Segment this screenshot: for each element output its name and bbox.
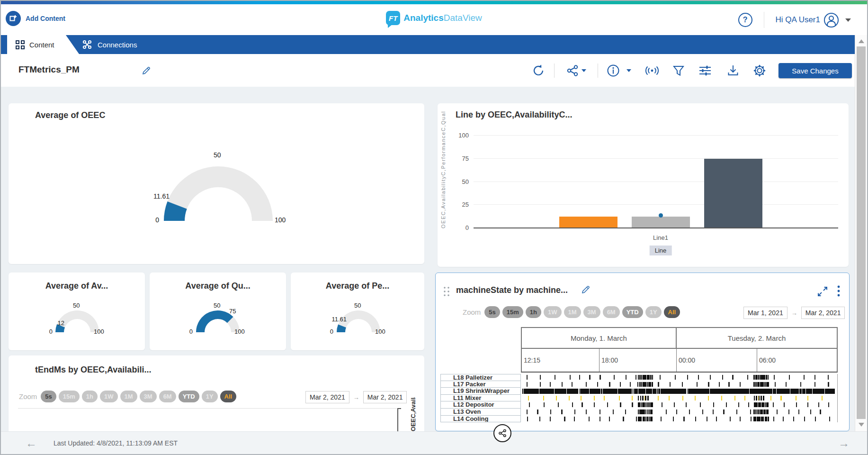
tab-connections[interactable]: Connections	[81, 35, 137, 54]
share-dashboard-button[interactable]	[493, 424, 511, 442]
chart-axis-corner	[397, 408, 398, 431]
scroll-up-arrow[interactable]	[859, 39, 864, 43]
card-average-oeec[interactable]: Average of OEEC 50 11.61 0 100	[9, 103, 424, 264]
zoom-range-button-1w[interactable]: 1W	[100, 391, 118, 402]
state-track	[522, 395, 838, 402]
timeline-row[interactable]: L18 Palletizer	[440, 374, 838, 381]
adjust-sliders-icon[interactable]	[698, 64, 712, 78]
share-dropdown-caret[interactable]	[580, 64, 588, 78]
card-average-qu[interactable]: Average of Qu... 50 75 0 100	[150, 273, 286, 350]
gridline	[474, 158, 838, 159]
zoom-range-button-6m[interactable]: 6M	[603, 306, 620, 318]
zoom-range-button-15m[interactable]: 15m	[59, 391, 80, 402]
chevron-down-icon	[845, 18, 851, 22]
card-line-by-oeec[interactable]: Line by OEEC,AvailabilityC... OEEC,Avail…	[438, 103, 849, 267]
connections-icon	[81, 39, 93, 50]
zoom-range-button-3m[interactable]: 3M	[583, 306, 600, 318]
bar-AvailabilityC[interactable]	[632, 217, 690, 228]
scroll-down-arrow[interactable]	[859, 423, 864, 427]
machine-name-label: L13 Oven	[440, 409, 521, 416]
date-range-arrow: →	[353, 394, 359, 401]
date-from-input[interactable]: Mar 1, 2021	[743, 307, 787, 319]
page-next-arrow[interactable]: →	[838, 437, 850, 450]
zoom-range-button-1y[interactable]: 1Y	[202, 391, 218, 402]
state-track	[522, 409, 838, 416]
zoom-range-button-1m[interactable]: 1M	[120, 391, 137, 402]
edit-title-button[interactable]	[139, 64, 153, 78]
tab-content[interactable]: Content	[7, 35, 79, 54]
broadcast-icon[interactable]	[645, 64, 659, 78]
timeline-row[interactable]: L19 ShrinkWrapper	[440, 388, 838, 395]
zoom-range-button-1h[interactable]: 1h	[82, 391, 98, 402]
card-machinestate[interactable]: machineState by machine... Zoom 5s15m1h1…	[435, 273, 850, 431]
date-from-input[interactable]: Mar 2, 2021	[305, 391, 349, 403]
filter-icon[interactable]	[671, 64, 686, 78]
page-prev-arrow[interactable]: ←	[26, 437, 37, 450]
vertical-scrollbar[interactable]	[855, 35, 868, 431]
zoom-range-button-all[interactable]: All	[664, 306, 680, 318]
help-icon[interactable]: ?	[738, 13, 752, 27]
share-icon[interactable]	[565, 64, 580, 78]
point-PerformanceC[interactable]	[659, 213, 663, 218]
machine-name-label: L12 Depositor	[440, 401, 521, 409]
zoom-range-button-ytd[interactable]: YTD	[179, 391, 199, 402]
dashboard-canvas: Average of OEEC 50 11.61 0 100 Line by O…	[1, 87, 856, 431]
tab-content-label: Content	[29, 41, 54, 49]
timeline-row[interactable]: L11 Mixer	[440, 395, 838, 402]
y-tick-label: 75	[462, 155, 469, 162]
card-tendms[interactable]: tEndMs by OEEC,Availabili... Zoom 5s15m1…	[9, 355, 424, 431]
user-menu[interactable]: Hi QA User1	[776, 13, 851, 27]
y-tick-label: 0	[465, 224, 469, 231]
save-changes-button[interactable]: Save Changes	[779, 63, 852, 78]
gauge-min-label: 0	[46, 328, 53, 335]
kebab-menu-icon[interactable]	[837, 285, 840, 297]
card-average-av[interactable]: Average of Av... 50 12 0 100	[9, 273, 145, 350]
y-tick-label: 50	[462, 178, 469, 185]
gauge-min-label: 0	[187, 328, 193, 335]
card-average-pe[interactable]: Average of Pe... 50 11.61 0 100	[291, 273, 424, 350]
zoom-range-button-all[interactable]: All	[220, 391, 237, 402]
timeline-row[interactable]: L12 Depositor	[440, 401, 838, 409]
zoom-range-button-6m[interactable]: 6M	[159, 391, 176, 402]
timeline-time-cell: 18:00	[600, 349, 677, 372]
scrollbar-thumb[interactable]	[857, 46, 866, 419]
dashboard-title: FTMetrics_PM	[18, 64, 80, 75]
zoom-range-button-ytd[interactable]: YTD	[622, 306, 643, 318]
refresh-icon[interactable]	[531, 64, 546, 78]
settings-gear-icon[interactable]	[752, 64, 767, 78]
zoom-range-button-5s[interactable]: 5s	[484, 306, 500, 318]
timeline-row[interactable]: L14 Cooling	[440, 416, 838, 423]
timeline-row[interactable]: L13 Oven	[440, 409, 838, 416]
zoom-range-button-5s[interactable]: 5s	[41, 391, 56, 402]
zoom-range-button-1h[interactable]: 1h	[526, 306, 541, 318]
zoom-range-button-1y[interactable]: 1Y	[645, 306, 662, 318]
zoom-range-button-1m[interactable]: 1M	[564, 306, 581, 318]
gridline	[474, 135, 838, 136]
expand-icon[interactable]	[817, 286, 828, 297]
state-track	[522, 374, 838, 381]
legend-item[interactable]: Line	[650, 246, 672, 255]
logo-analytics-text: Analytics	[403, 13, 443, 23]
user-avatar-icon	[824, 13, 839, 27]
toolbar-divider	[598, 64, 598, 78]
download-icon[interactable]	[726, 64, 740, 78]
machine-name-label: L11 Mixer	[440, 395, 521, 402]
drag-handle[interactable]	[443, 286, 450, 297]
edit-card-button[interactable]	[581, 284, 591, 295]
tab-connections-label: Connections	[98, 41, 137, 49]
bar-QualityC[interactable]	[704, 159, 762, 228]
zoom-range-button-1w[interactable]: 1W	[544, 306, 562, 318]
info-dropdown-caret[interactable]	[625, 64, 633, 78]
x-axis-line	[474, 228, 838, 228]
date-to-input[interactable]: Mar 2, 2021	[801, 307, 845, 319]
header-right-group: ? Hi QA User1	[738, 12, 851, 28]
zoom-range-button-15m[interactable]: 15m	[502, 306, 523, 318]
bar-OEEC[interactable]	[559, 217, 617, 228]
user-greeting-label: Hi QA User1	[776, 15, 820, 25]
timeline-row[interactable]: L17 Packer	[440, 381, 838, 388]
info-icon[interactable]	[606, 64, 620, 78]
y-tick-label: 100	[458, 132, 469, 139]
date-to-input[interactable]: Mar 2, 2021	[363, 391, 407, 403]
zoom-range-button-3m[interactable]: 3M	[140, 391, 157, 402]
gauge-mid-label: 50	[214, 151, 221, 159]
